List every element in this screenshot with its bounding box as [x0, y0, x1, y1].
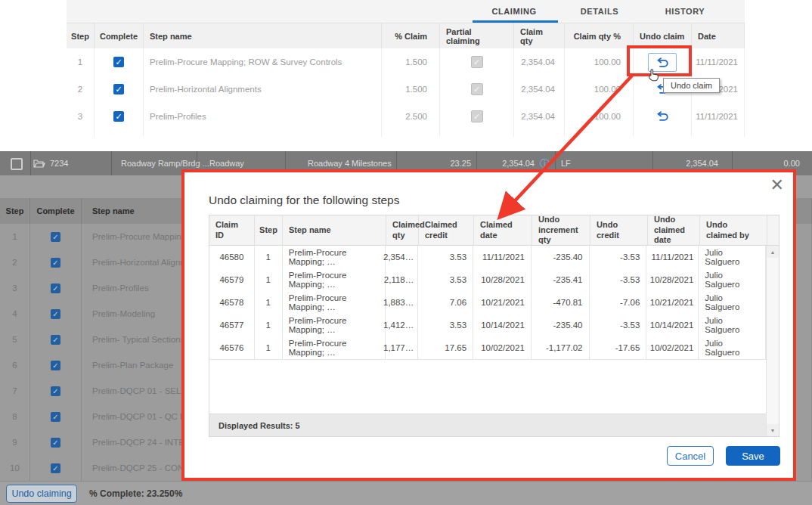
table-row: 465781 Prelim-Procure Mapping; …1,883… 7…	[209, 291, 766, 314]
col-step-name: Step name	[144, 23, 382, 48]
scroll-up-icon[interactable]: ▲	[767, 246, 779, 258]
partial-claiming-checkbox: ✓	[471, 56, 483, 68]
col-undo-claimed-date: Undo claimed date	[648, 215, 700, 245]
pct-claim-value: 1.500	[382, 76, 440, 103]
complete-checkbox[interactable]: ✓	[113, 84, 124, 94]
step-number: 3	[67, 103, 95, 130]
col-pct-claim: % Claim	[382, 23, 440, 48]
col-undo-claimed-by: Undo claimed by	[700, 215, 767, 245]
step-name: Prelim-Profiles	[144, 103, 382, 130]
tab-history[interactable]: HISTORY	[640, 0, 730, 23]
undo-claiming-modal: ✕ Undo claiming for the following steps …	[181, 169, 796, 481]
scroll-down-icon[interactable]: ▼	[767, 424, 779, 436]
table-row: 465791 Prelim-Procure Mapping; …2,118… 3…	[209, 268, 766, 292]
close-icon[interactable]: ✕	[770, 175, 784, 195]
col-step-name: Step name	[283, 215, 386, 245]
complete-checkbox[interactable]: ✓	[51, 412, 60, 422]
folder-icon	[33, 159, 45, 169]
claim-qty-value: 2,354.04	[514, 48, 565, 76]
complete-checkbox[interactable]: ✓	[51, 335, 60, 345]
claim-qty-pct-value: 100.00	[565, 48, 634, 76]
pct-claim-value: 2.500	[382, 103, 440, 130]
col-claimed-credit: Claimed credit	[419, 215, 474, 245]
table-row: 3 ✓ Prelim-Profiles 2.500 ✓ 2,354.04 100…	[67, 103, 745, 131]
claim-date: 11/11/2021	[692, 103, 745, 130]
table-row: 1 ✓ Prelim-Procure Mapping; ROW & Survey…	[67, 48, 745, 76]
partial-claiming-checkbox: ✓	[471, 83, 483, 95]
tab-claiming[interactable]: CLAIMING	[469, 0, 559, 23]
step-number: 1	[67, 48, 95, 76]
col-claimed-qty: Claimed qty	[386, 215, 419, 245]
table-row: 465761 Prelim-Procure Mapping; …1,177… 1…	[209, 336, 766, 360]
step-name: Prelim-Horizontal Alignments	[144, 76, 382, 103]
col-step: Step	[255, 215, 283, 245]
percent-complete-label: % Complete: 23.250%	[89, 482, 182, 505]
active-tab-underline	[473, 20, 558, 23]
col-claim-qty-pct: Claim qty %	[565, 23, 634, 48]
complete-checkbox[interactable]: ✓	[113, 111, 124, 122]
col-complete: Complete	[95, 23, 144, 48]
step-number: 2	[67, 76, 95, 103]
complete-checkbox[interactable]: ✓	[51, 232, 60, 242]
screenshot-root: CLAIMING DETAILS HISTORY Step Complete S…	[0, 0, 812, 505]
undo-claim-button[interactable]	[648, 53, 677, 72]
undo-arrow-icon	[655, 57, 669, 68]
modal-title: Undo claiming for the following steps	[209, 194, 399, 207]
claiming-panel: CLAIMING DETAILS HISTORY Step Complete S…	[67, 0, 745, 137]
displayed-results-label: Displayed Results: 5	[209, 414, 766, 436]
claim-qty-pct-value: 100.00	[565, 76, 634, 103]
col-undo-increment-qty: Undo increment qty	[532, 215, 590, 245]
complete-checkbox[interactable]: ✓	[51, 438, 60, 448]
claim-date: 11/11/2021	[692, 48, 745, 76]
undo-claim-button[interactable]	[655, 110, 669, 123]
claim-qty-pct-value: 100.00	[565, 103, 634, 130]
claim-table-header: Step Complete Step name % Claim Partial …	[67, 23, 745, 49]
col-claim-id: Claim ID	[209, 215, 255, 245]
col-undo-claim: Undo claim	[634, 23, 692, 48]
undo-claims-table: Claim ID Step Step name Claimed qty Clai…	[209, 215, 779, 437]
col-step: Step	[0, 198, 30, 224]
complete-checkbox[interactable]: ✓	[51, 386, 60, 396]
partial-claiming-checkbox: ✓	[471, 110, 483, 122]
claim-qty-value: 2,354.04	[514, 76, 565, 103]
complete-checkbox[interactable]: ✓	[113, 57, 124, 67]
col-partial-claiming: Partial claiming	[440, 23, 514, 48]
table-row: 2 ✓ Prelim-Horizontal Alignments 1.500 ✓…	[67, 76, 745, 104]
col-undo-credit: Undo credit	[590, 215, 648, 245]
tab-details[interactable]: DETAILS	[554, 0, 645, 23]
complete-checkbox[interactable]: ✓	[51, 283, 60, 293]
bottom-action-bar: Undo claiming % Complete: 23.250%	[0, 481, 812, 505]
undo-claims-header: Claim ID Step Step name Claimed qty Clai…	[209, 215, 779, 246]
col-claim-qty: Claim qty	[514, 23, 565, 48]
col-date: Date	[692, 23, 745, 48]
activity-id: 7234	[50, 151, 68, 175]
table-row-partial	[67, 130, 745, 137]
undo-arrow-icon	[655, 110, 669, 122]
complete-checkbox[interactable]: ✓	[51, 258, 60, 268]
col-step: Step	[67, 23, 95, 48]
row-select-checkbox[interactable]	[11, 158, 23, 170]
pct-claim-value: 1.500	[382, 48, 440, 76]
undo-claiming-button[interactable]: Undo claiming	[6, 485, 77, 503]
table-scrollbar[interactable]: ▲ ▼	[766, 246, 779, 436]
save-button[interactable]: Save	[726, 446, 780, 466]
table-row: 465771 Prelim-Procure Mapping; …1,412… 3…	[209, 314, 766, 337]
cancel-button[interactable]: Cancel	[667, 446, 714, 466]
col-claimed-date: Claimed date	[474, 215, 532, 245]
complete-checkbox[interactable]: ✓	[51, 309, 60, 319]
complete-checkbox[interactable]: ✓	[51, 361, 60, 370]
col-complete: Complete	[30, 198, 82, 224]
step-name: Prelim-Procure Mapping; ROW & Survey Con…	[144, 48, 382, 76]
table-row: 465801 Prelim-Procure Mapping; …2,354… 3…	[209, 246, 766, 269]
complete-checkbox[interactable]: ✓	[51, 463, 60, 473]
undo-claim-tooltip: Undo claim	[663, 78, 720, 93]
tab-bar: CLAIMING DETAILS HISTORY	[67, 0, 745, 23]
claim-qty-value: 2,354.04	[514, 103, 565, 130]
